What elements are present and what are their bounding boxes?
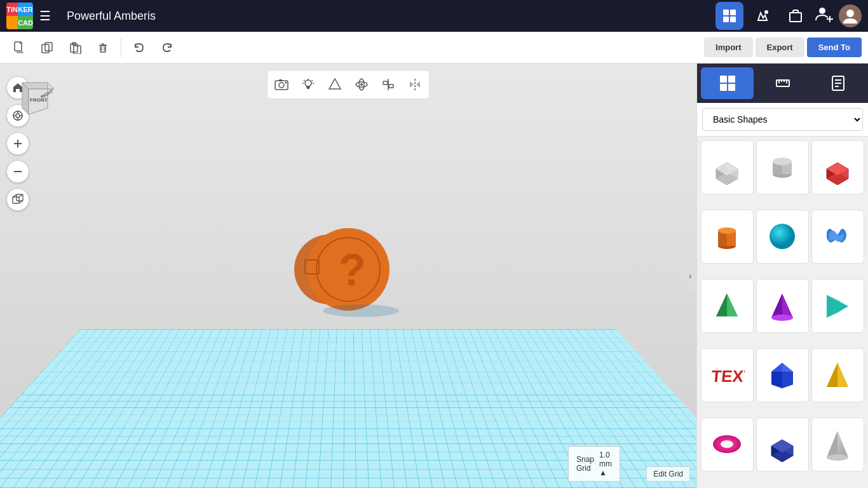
- snap-grid-label: Snap Grid: [576, 455, 594, 473]
- shape-text[interactable]: TEXT: [701, 348, 754, 402]
- svg-rect-53: [13, 197, 19, 203]
- edit-grid-button[interactable]: Edit Grid: [646, 466, 690, 482]
- import-button[interactable]: Import: [704, 37, 752, 57]
- main-area: FRONT RIGHT ?: [0, 64, 868, 488]
- svg-rect-24: [279, 79, 282, 81]
- svg-rect-27: [306, 86, 310, 88]
- shape-box-gray[interactable]: [701, 140, 754, 194]
- grid-view-button[interactable]: [715, 2, 743, 30]
- shape-box-red[interactable]: [811, 140, 864, 194]
- navbar: TIN KER CAD ☰ Powerful Amberis: [0, 0, 868, 32]
- shape-cone-purple[interactable]: [756, 279, 809, 333]
- user-avatar[interactable]: [839, 4, 862, 27]
- copy-button[interactable]: [34, 35, 60, 60]
- panel-tab-ruler[interactable]: [756, 67, 809, 99]
- orbit-button[interactable]: [350, 73, 373, 96]
- projects-button[interactable]: [782, 2, 810, 30]
- svg-rect-2: [723, 17, 729, 22]
- shape-pyramid-green[interactable]: [701, 279, 754, 333]
- shape-cylinder-orange[interactable]: [701, 210, 754, 264]
- project-title: Powerful Amberis: [67, 10, 709, 23]
- svg-rect-17: [100, 46, 105, 52]
- svg-text:TEXT: TEXT: [710, 367, 745, 386]
- svg-text:?: ?: [339, 245, 366, 295]
- svg-marker-43: [416, 81, 420, 88]
- 3d-object[interactable]: ?: [278, 212, 418, 327]
- svg-point-91: [773, 158, 792, 165]
- redo-button[interactable]: [154, 35, 180, 60]
- toolbar: Import Export Send To: [0, 32, 868, 64]
- shapes-view-button[interactable]: [323, 73, 346, 96]
- svg-point-23: [279, 83, 284, 88]
- shape-cylinder-gray[interactable]: [756, 140, 809, 194]
- zoom-in-button[interactable]: [6, 132, 29, 155]
- svg-rect-0: [723, 10, 729, 15]
- shape-gem-blue[interactable]: [756, 348, 809, 402]
- hamburger-icon[interactable]: ☰: [39, 8, 51, 24]
- svg-marker-114: [771, 372, 782, 388]
- logo-ker: KER: [18, 3, 33, 16]
- svg-marker-117: [827, 363, 837, 387]
- svg-rect-70: [728, 76, 735, 83]
- svg-marker-42: [410, 81, 414, 88]
- perspective-button[interactable]: [6, 188, 29, 211]
- shape-cube-dark-blue[interactable]: [756, 417, 809, 471]
- tinkercad-logo[interactable]: TIN KER CAD: [6, 3, 33, 29]
- light-button[interactable]: [297, 73, 320, 96]
- panel-tab-notes[interactable]: [811, 67, 864, 99]
- design-button[interactable]: [749, 2, 776, 30]
- svg-rect-11: [17, 51, 24, 53]
- svg-marker-112: [782, 363, 793, 372]
- svg-marker-103: [727, 294, 738, 316]
- svg-rect-5: [790, 13, 801, 22]
- svg-point-100: [770, 224, 795, 249]
- shape-prism-teal[interactable]: [811, 279, 864, 333]
- snap-grid-value[interactable]: 1.0 mm ▲: [599, 451, 612, 477]
- paste-button[interactable]: [62, 35, 88, 60]
- svg-marker-126: [827, 431, 837, 458]
- shape-tinkercad-special[interactable]: [811, 210, 864, 264]
- sendto-button[interactable]: Send To: [807, 37, 862, 57]
- add-collaborator-button[interactable]: [815, 4, 834, 27]
- svg-line-30: [304, 80, 305, 81]
- camera-button[interactable]: [270, 73, 293, 96]
- shape-category-dropdown[interactable]: Basic Shapes Featured Letters Math Music…: [702, 108, 863, 131]
- viewport-toolbar: [267, 70, 430, 99]
- shape-pyramid-yellow[interactable]: [811, 348, 864, 402]
- panel-tab-shapes[interactable]: [701, 67, 754, 99]
- logo-dot: [6, 16, 18, 29]
- shape-sphere-teal[interactable]: [756, 210, 809, 264]
- undo-button[interactable]: [126, 35, 152, 60]
- svg-line-31: [312, 80, 313, 81]
- right-panel: Basic Shapes Featured Letters Math Music…: [696, 64, 868, 488]
- logo-tin: TIN: [6, 3, 18, 16]
- logo-cad: CAD: [18, 16, 33, 29]
- view-cube[interactable]: FRONT RIGHT: [10, 73, 60, 124]
- mirror-button[interactable]: [403, 73, 426, 96]
- svg-point-26: [305, 80, 311, 86]
- snap-grid-control[interactable]: Snap Grid 1.0 mm ▲: [568, 446, 620, 482]
- svg-marker-102: [716, 294, 727, 316]
- svg-rect-1: [730, 10, 736, 15]
- panel-collapse-button[interactable]: ›: [684, 260, 696, 292]
- new-button[interactable]: [6, 35, 32, 60]
- shape-cone-gray[interactable]: [811, 417, 864, 471]
- svg-point-127: [827, 454, 848, 461]
- toolbar-separator-1: [121, 38, 121, 57]
- svg-point-106: [771, 315, 793, 321]
- nav-right: [715, 2, 862, 30]
- export-button[interactable]: Export: [756, 37, 804, 57]
- svg-point-9: [846, 10, 854, 17]
- align-button[interactable]: [377, 73, 400, 96]
- svg-rect-71: [720, 84, 727, 91]
- svg-point-6: [819, 8, 825, 14]
- panel-icon-tabs: [697, 64, 868, 103]
- shape-torus-pink[interactable]: [701, 417, 754, 471]
- delete-button[interactable]: [90, 35, 116, 60]
- svg-marker-105: [771, 294, 782, 318]
- svg-marker-115: [782, 372, 793, 388]
- shape-category-selector: Basic Shapes Featured Letters Math Music…: [697, 103, 868, 137]
- viewport[interactable]: FRONT RIGHT ?: [0, 64, 696, 488]
- shape-grid: TEXT: [697, 137, 868, 488]
- zoom-out-button[interactable]: [6, 160, 29, 183]
